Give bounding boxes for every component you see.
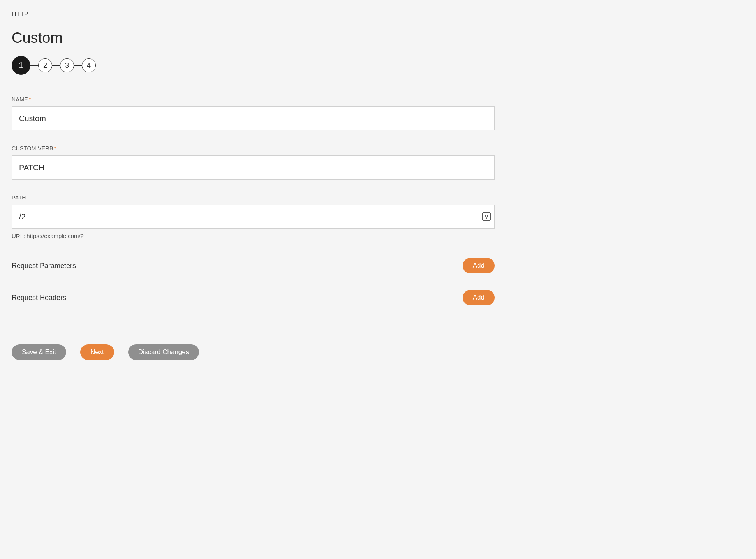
step-connector xyxy=(74,65,82,66)
required-mark: * xyxy=(54,145,56,152)
step-1[interactable]: 1 xyxy=(12,56,30,75)
add-header-button[interactable]: Add xyxy=(463,290,495,305)
step-3[interactable]: 3 xyxy=(60,58,74,72)
add-parameter-button[interactable]: Add xyxy=(463,258,495,273)
page-title: Custom xyxy=(12,30,495,46)
path-label: PATH xyxy=(12,194,495,201)
step-connector xyxy=(30,65,38,66)
variable-icon[interactable]: V xyxy=(482,212,491,221)
custom-verb-label: CUSTOM VERB* xyxy=(12,145,495,152)
breadcrumb-http[interactable]: HTTP xyxy=(12,11,28,18)
step-connector xyxy=(52,65,60,66)
save-exit-button[interactable]: Save & Exit xyxy=(12,344,66,360)
step-2[interactable]: 2 xyxy=(38,58,52,72)
discard-changes-button[interactable]: Discard Changes xyxy=(128,344,199,360)
required-mark: * xyxy=(29,96,31,102)
step-4[interactable]: 4 xyxy=(82,58,96,72)
path-input[interactable] xyxy=(12,205,495,229)
url-hint: URL: https://example.com/2 xyxy=(12,233,495,239)
step-indicator: 1 2 3 4 xyxy=(12,56,495,75)
name-input[interactable] xyxy=(12,106,495,130)
request-parameters-title: Request Parameters xyxy=(12,262,76,270)
custom-verb-input[interactable] xyxy=(12,155,495,180)
next-button[interactable]: Next xyxy=(80,344,114,360)
name-label: NAME* xyxy=(12,96,495,102)
request-headers-title: Request Headers xyxy=(12,294,66,302)
